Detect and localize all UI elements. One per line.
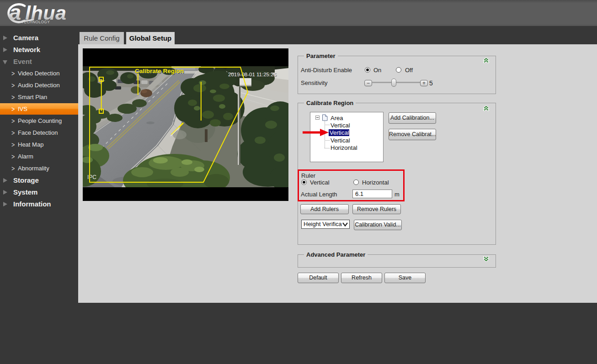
- svg-text:TECHNOLOGY: TECHNOLOGY: [21, 20, 50, 24]
- svg-text:Calibrate Region: Calibrate Region: [135, 68, 184, 74]
- svg-text:2019-08-01 11:25:26: 2019-08-01 11:25:26: [228, 72, 277, 77]
- svg-text:a: a: [9, 0, 21, 24]
- svg-text:IPC: IPC: [87, 174, 96, 180]
